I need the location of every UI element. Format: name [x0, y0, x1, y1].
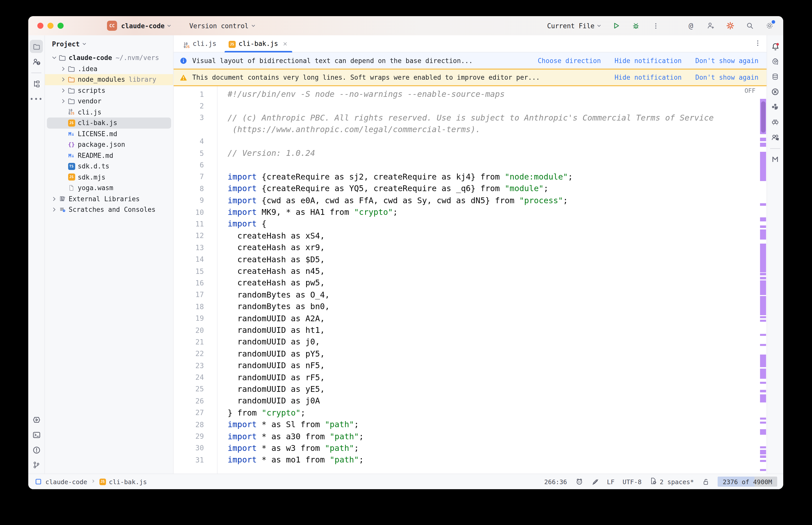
breadcrumb-file[interactable]: cli-bak.js	[109, 478, 147, 485]
tree-item-scripts[interactable]: scripts	[45, 85, 173, 96]
vcs-change-stripes-scrollbar[interactable]	[759, 86, 767, 474]
right-tool-strip	[767, 35, 783, 474]
tree-item-readme.md[interactable]: M↓README.md	[45, 150, 173, 161]
problems-tool-button[interactable]	[30, 443, 43, 456]
ai-assistant-icon[interactable]: @	[685, 20, 696, 31]
tab-cli.js[interactable]: 100JScli.js	[178, 35, 222, 52]
code-line: 23 randomUUID as nF5,	[174, 360, 758, 372]
vcs-change-mark	[760, 429, 766, 435]
tree-item-label: Scratches and Consoles	[69, 206, 156, 214]
users-question-icon[interactable]: ?	[30, 55, 43, 68]
tree-item-label: sdk.mjs	[78, 174, 105, 181]
code-text: createHash as n45,	[204, 266, 325, 276]
no-highlighting-icon[interactable]	[591, 478, 599, 485]
chevron-right-icon[interactable]	[59, 87, 67, 94]
code-editor[interactable]: 1#!/usr/bin/env -S node --no-warnings --…	[174, 86, 767, 474]
scrollbar-thumb[interactable]	[761, 101, 765, 133]
caret-position-widget[interactable]: 266:36	[544, 478, 567, 485]
git-branch-icon[interactable]	[30, 459, 43, 471]
tree-item-vendor[interactable]: vendor	[45, 96, 173, 107]
tree-item-cli.js[interactable]: 100JScli.js	[45, 107, 173, 118]
tree-item-yoga.wasm[interactable]: yoga.wasm	[45, 183, 173, 193]
ai-assistant-chat-icon[interactable]	[769, 55, 782, 68]
line-number: 31	[174, 456, 204, 464]
breadcrumb-project[interactable]: claude-code	[45, 478, 87, 485]
tree-item-claude-code[interactable]: claude-code~/.nvm/vers	[45, 52, 173, 63]
tree-item-license.md[interactable]: M↓LICENSE.md	[45, 128, 173, 139]
soft-wrap-off-indicator[interactable]: OFF	[744, 87, 755, 94]
tree-item-node-modules[interactable]: node_moduleslibrary	[45, 74, 173, 85]
plus-blocks-icon[interactable]	[769, 100, 782, 114]
terminal-tool-button[interactable]	[30, 428, 43, 441]
m-letter-icon[interactable]	[769, 153, 782, 166]
tree-item-scratches-and-consoles[interactable]: Scratches and Consoles	[45, 204, 173, 215]
starburst-icon[interactable]	[725, 20, 736, 31]
chevron-right-icon[interactable]	[50, 207, 58, 213]
breadcrumb-chevron-icon	[90, 478, 97, 485]
more-actions-button[interactable]	[650, 20, 661, 31]
chevron-right-icon[interactable]	[50, 196, 58, 202]
debug-button[interactable]	[630, 20, 641, 31]
tree-item-cli-bak.js[interactable]: JScli-bak.js	[45, 118, 173, 128]
search-everywhere-icon[interactable]	[744, 20, 755, 31]
chevron-down-icon[interactable]	[50, 55, 58, 61]
tree-item-sdk.mjs[interactable]: JSsdk.mjs	[45, 172, 173, 183]
vcs-selector[interactable]: Version control	[189, 22, 249, 30]
minimize-window-button[interactable]	[47, 23, 54, 29]
line-number: 22	[174, 350, 204, 358]
tree-item-package.json[interactable]: {}package.json	[45, 139, 173, 150]
banner-link-don-t-show-again[interactable]: Don't show again	[695, 57, 758, 64]
chevron-right-icon[interactable]	[59, 65, 67, 72]
chevron-right-icon[interactable]	[59, 98, 67, 105]
run-configuration-selector[interactable]: Current File	[547, 22, 602, 30]
line-number: 12	[174, 232, 204, 240]
md-icon: M↓	[67, 153, 76, 159]
code-line: 10import MK9, * as HA1 from "crypto";	[174, 206, 758, 218]
database-tool-button[interactable]	[769, 70, 782, 83]
line-number: 8	[174, 184, 204, 193]
indent-widget[interactable]: 2 spaces*	[650, 477, 694, 486]
owl-glasses-icon[interactable]	[769, 116, 782, 129]
structure-tool-button[interactable]	[30, 77, 43, 90]
readonly-lock-icon[interactable]	[702, 478, 710, 485]
x-circle-icon[interactable]	[769, 85, 782, 98]
tab-cli-bak.js[interactable]: JScli-bak.js	[222, 35, 294, 52]
banner-link-hide-notification[interactable]: Hide notification	[615, 57, 681, 64]
more-tool-windows-button[interactable]: •••	[30, 92, 43, 105]
code-line: 2	[174, 100, 758, 112]
close-window-button[interactable]	[38, 23, 43, 29]
vcs-change-mark	[760, 422, 766, 424]
settings-gear-icon[interactable]	[764, 20, 775, 31]
code-with-me-user-icon[interactable]	[705, 20, 716, 31]
run-button[interactable]	[611, 20, 622, 31]
zoom-window-button[interactable]	[58, 23, 63, 29]
project-panel-header[interactable]: Project	[45, 35, 173, 52]
chevron-right-icon[interactable]	[59, 76, 67, 83]
close-icon[interactable]	[282, 41, 288, 47]
line-number: 30	[174, 444, 204, 452]
people-chat-icon[interactable]	[769, 131, 782, 144]
tab-options-kebab-icon[interactable]	[754, 39, 762, 49]
banner-link-choose-direction[interactable]: Choose direction	[538, 57, 601, 64]
tree-item-.idea[interactable]: .idea	[45, 63, 173, 74]
banner-link-hide-notification[interactable]: Hide notification	[615, 74, 681, 81]
strip-divider	[770, 148, 780, 149]
notifications-bell-icon[interactable]	[769, 40, 782, 53]
project-tool-button[interactable]	[30, 40, 43, 53]
line-separator-widget[interactable]: LF	[607, 478, 615, 485]
tree-item-label: yoga.wasm	[78, 184, 113, 192]
encoding-widget[interactable]: UTF-8	[622, 478, 641, 485]
vcs-change-mark	[760, 455, 766, 458]
js-file-icon: JS	[228, 39, 235, 48]
memory-indicator[interactable]: 2376 of 4900M	[718, 477, 777, 487]
tree-item-external-libraries[interactable]: External Libraries	[45, 193, 173, 204]
vcs-change-mark	[760, 355, 766, 367]
services-tool-button[interactable]	[30, 413, 43, 426]
line-number: 27	[174, 408, 204, 417]
tree-item-sdk.d.ts[interactable]: TSsdk.d.ts	[45, 161, 173, 172]
folder-excluded-icon	[67, 76, 76, 84]
project-selector[interactable]: claude-code	[121, 22, 164, 30]
inspections-hector-icon[interactable]	[575, 478, 583, 486]
banner-link-don-t-show-again[interactable]: Don't show again	[695, 74, 758, 81]
strip-divider	[31, 73, 41, 73]
